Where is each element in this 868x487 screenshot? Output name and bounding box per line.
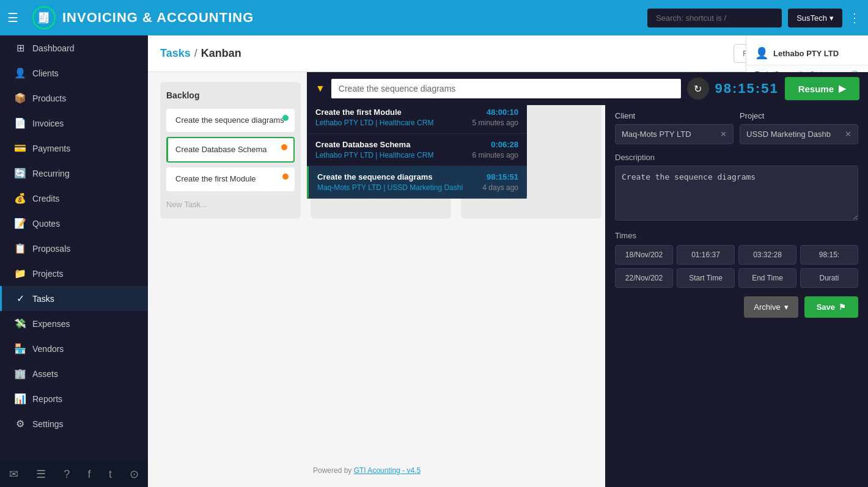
sidebar-item-expenses[interactable]: 💸 Expenses: [0, 311, 148, 336]
dropdown-time-d2: 0:06:28: [491, 140, 518, 149]
sidebar-icon-payments: 💳: [14, 142, 26, 154]
project-field-wrapper: Project USSD Marketing Dashb ✕: [740, 111, 858, 144]
client-label: Client: [615, 111, 734, 120]
sidebar-item-assets[interactable]: 🏢 Assets: [0, 361, 148, 386]
sidebar-item-quotes[interactable]: 📝 Quotes: [0, 211, 148, 236]
timer-dropdown: Create the first Module 48:00:10 Lethabo…: [307, 101, 527, 199]
project-label: Project: [740, 111, 858, 120]
dropdown-item-d1[interactable]: Create the first Module 48:00:10 Lethabo…: [307, 101, 527, 134]
time-cell-1-start[interactable]: Start Time: [677, 268, 735, 288]
dropdown-item-d2[interactable]: Create Database Schema 0:06:28 Lethabo P…: [307, 134, 527, 166]
sidebar-icon-invoices: 📄: [14, 117, 26, 129]
facebook-icon[interactable]: f: [88, 468, 91, 481]
app-title: INVOICING & ACCOUNTING: [62, 10, 254, 26]
save-button[interactable]: Save ⚑: [804, 296, 858, 318]
archive-dropdown-icon: ▾: [784, 302, 789, 312]
sidebar-icon-vendors: 🏪: [14, 343, 26, 354]
sidebar-label-assets: Assets: [32, 369, 58, 379]
logo-area: 🧾 INVOICING & ACCOUNTING: [29, 4, 254, 31]
github-icon[interactable]: ⊙: [130, 467, 139, 481]
card-dot-c2: [281, 144, 287, 150]
list-icon[interactable]: ☰: [36, 467, 46, 481]
time-cell-1-end[interactable]: End Time: [738, 268, 796, 288]
email-icon[interactable]: ✉: [9, 467, 18, 481]
sidebar-item-dashboard[interactable]: ⊞ Dashboard: [0, 35, 148, 60]
header-menu-dots[interactable]: ⋮: [848, 10, 861, 25]
dropdown-ago-d1: 5 minutes ago: [473, 119, 518, 127]
sidebar-item-reports[interactable]: 📊 Reports: [0, 386, 148, 411]
sidebar-label-proposals: Proposals: [32, 244, 70, 254]
project-clear-icon[interactable]: ✕: [845, 130, 851, 139]
powered-by: Powered by GTI Acounting - v4.5: [313, 466, 421, 475]
timer-display: 98:15:51: [715, 81, 779, 97]
sidebar-icon-settings: ⚙: [14, 418, 26, 430]
sidebar-icon-products: 📦: [14, 92, 26, 104]
dropdown-title-d3: Create the sequence diagrams: [317, 172, 433, 181]
sidebar-item-invoices[interactable]: 📄 Invoices: [0, 111, 148, 136]
resume-button[interactable]: Resume ▶: [785, 77, 859, 100]
sidebar-icon-proposals: 📋: [14, 243, 26, 254]
description-label: Description: [615, 153, 858, 162]
sidebar-label-invoices: Invoices: [32, 119, 64, 128]
timer-search-input[interactable]: [331, 79, 681, 98]
archive-button[interactable]: Archive ▾: [744, 296, 798, 318]
sidebar-label-vendors: Vendors: [32, 344, 64, 354]
time-cell-1-duration[interactable]: Durati: [800, 268, 858, 288]
sidebar-item-projects[interactable]: 📁 Projects: [0, 261, 148, 286]
activity-client-name: Lethabo PTY LTD: [773, 49, 839, 58]
timer-filter-icon[interactable]: ▼: [315, 83, 325, 94]
sidebar-item-products[interactable]: 📦 Products: [0, 86, 148, 111]
sidebar-icon-tasks: ✓: [14, 293, 26, 304]
dropdown-time-d1: 48:00:10: [487, 108, 518, 117]
time-cell-1-date[interactable]: 22/Nov/202: [615, 268, 673, 288]
client-field[interactable]: Maq-Mots PTY LTD ✕: [615, 124, 734, 144]
card-dot-c1: [282, 115, 289, 121]
help-icon[interactable]: ?: [64, 468, 70, 481]
kanban-card-c1[interactable]: Create the sequence diagrams: [166, 109, 295, 132]
client-value: Maq-Mots PTY LTD: [622, 130, 691, 139]
sidebar-item-tasks[interactable]: ✓ Tasks: [0, 286, 148, 311]
sidebar-item-proposals[interactable]: 📋 Proposals: [0, 236, 148, 261]
dropdown-client-d3: Maq-Mots PTY LTD | USSD Marketing Dashl: [317, 183, 463, 192]
timer-refresh-button[interactable]: ↻: [687, 78, 709, 100]
time-cell-0-start: 01:16:37: [677, 245, 735, 265]
kanban-card-c2[interactable]: Create Database Schema: [166, 137, 295, 163]
times-label: Times: [615, 231, 858, 240]
dropdown-ago-d3: 4 days ago: [482, 183, 518, 192]
dropdown-item-d3[interactable]: Create the sequence diagrams 98:15:51 Ma…: [307, 166, 527, 199]
activity-client: 👤 Lethabo PTY LTD: [746, 42, 868, 65]
resume-label: Resume: [798, 84, 834, 94]
sidebar-item-vendors[interactable]: 🏪 Vendors: [0, 336, 148, 361]
twitter-icon[interactable]: t: [109, 468, 112, 481]
new-task-backlog[interactable]: New Task...: [166, 196, 295, 213]
global-search-input[interactable]: [647, 9, 782, 27]
description-textarea[interactable]: [615, 166, 858, 221]
sidebar-label-recurring: Recurring: [32, 169, 70, 178]
panel-client-project-row: Client Maq-Mots PTY LTD ✕ Project USSD M…: [615, 111, 858, 144]
project-value: USSD Marketing Dashb: [746, 130, 831, 139]
sidebar-nav: ⊞ Dashboard👤 Clients📦 Products📄 Invoices…: [0, 35, 148, 436]
breadcrumb-tasks[interactable]: Tasks: [160, 47, 191, 60]
sidebar-icon-recurring: 🔄: [14, 167, 26, 179]
sidebar-item-clients[interactable]: 👤 Clients: [0, 60, 148, 86]
hamburger-icon[interactable]: ☰: [7, 10, 18, 25]
user-button[interactable]: SusTech ▾: [788, 9, 842, 27]
timer-bar: ▼ ↻ 98:15:51 Resume ▶: [307, 72, 868, 105]
breadcrumb-kanban: Kanban: [201, 47, 241, 60]
sidebar-item-payments[interactable]: 💳 Payments: [0, 136, 148, 161]
sidebar: ⊞ Dashboard👤 Clients📦 Products📄 Invoices…: [0, 35, 148, 487]
save-label: Save: [817, 302, 835, 312]
sidebar-item-credits[interactable]: 💰 Credits: [0, 186, 148, 211]
kanban-card-c3[interactable]: Create the first Module: [166, 167, 295, 191]
sidebar-item-recurring[interactable]: 🔄 Recurring: [0, 161, 148, 186]
project-field[interactable]: USSD Marketing Dashb ✕: [740, 124, 858, 144]
logo-icon: 🧾: [29, 4, 59, 31]
save-icon: ⚑: [839, 302, 846, 312]
sidebar-label-settings: Settings: [32, 419, 64, 429]
dropdown-client-d1: Lethabo PTY LTD | Healthcare CRM: [315, 119, 433, 127]
sidebar-item-settings[interactable]: ⚙ Settings: [0, 411, 148, 436]
powered-by-link[interactable]: GTI Acounting - v4.5: [354, 466, 421, 475]
client-clear-icon[interactable]: ✕: [720, 130, 727, 139]
svg-text:🧾: 🧾: [37, 11, 51, 24]
sidebar-label-products: Products: [32, 93, 66, 103]
